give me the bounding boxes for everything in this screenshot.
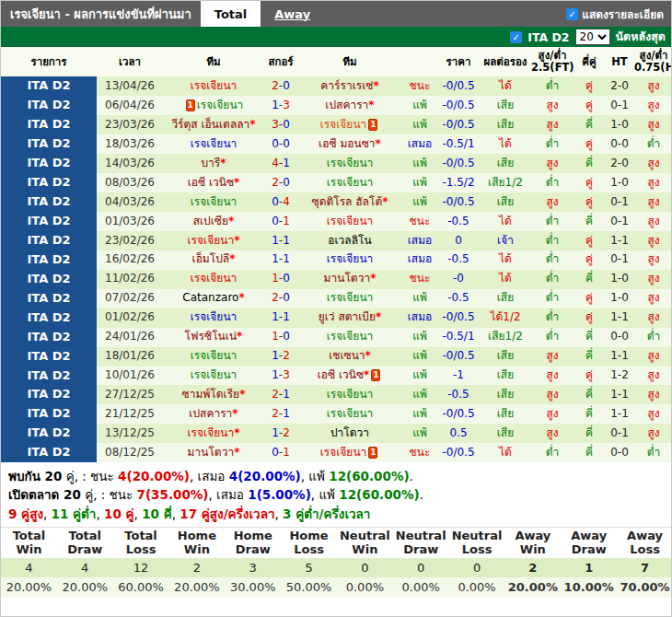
away-score: 0 xyxy=(283,330,290,343)
away-score: 1 xyxy=(283,446,290,459)
summary-segment: 3 xyxy=(283,506,291,521)
over-under-075-cell: สูง xyxy=(634,96,672,115)
over-under-075-cell: สูง xyxy=(634,308,672,328)
result-cell: ชนะ xyxy=(402,270,437,289)
league-cell: ITA D2 xyxy=(1,270,97,289)
team-name: เรจเจียนา xyxy=(327,407,374,420)
match-count-select[interactable]: 20 xyxy=(575,29,610,45)
odd-even-text: คี่ xyxy=(585,426,593,439)
summary-segment: 9 xyxy=(8,506,17,521)
handicap-result-cell: เสีย xyxy=(480,192,531,212)
over-under-25-cell: ต่ำ xyxy=(531,328,574,347)
summary-segment: , แพ้ xyxy=(301,469,329,483)
home-team-cell: 1เรจเจียนา xyxy=(163,96,264,115)
ht-score-cell: 1-0 xyxy=(605,270,634,289)
league-cell: ITA D2 xyxy=(1,289,97,308)
league-checkbox[interactable]: ✓ xyxy=(510,31,522,43)
home-team-cell: เรจเจียนา xyxy=(163,76,264,96)
price-cell: -0.5/1 xyxy=(437,134,480,154)
date-cell: 11/02/26 xyxy=(97,270,163,289)
away-score: 1 xyxy=(283,407,290,420)
over-under-25-text: สูง xyxy=(546,195,558,208)
star-marker: * xyxy=(373,79,378,92)
tab-away[interactable]: Away xyxy=(261,1,324,27)
summary-segment: 12(60.00%) xyxy=(339,487,419,502)
stats-count-7: 0 xyxy=(393,558,449,577)
summary-segment: 20 xyxy=(64,487,81,502)
tab-total[interactable]: Total xyxy=(201,1,261,27)
summary-segment: คี่ xyxy=(159,506,172,521)
over-under-075-text: สูง xyxy=(647,195,659,208)
team-name: เรจเจียนา xyxy=(320,118,367,131)
score-cell: 2-1 xyxy=(264,385,297,404)
stats-count-8: 0 xyxy=(449,558,505,577)
stats-percent-2: 60.00% xyxy=(113,577,169,597)
odd-even-text: คี่ xyxy=(585,157,593,169)
price-cell: -0.5 xyxy=(437,212,480,231)
odd-even-text: คี่ xyxy=(585,215,593,227)
stats-header-11: Away Loss xyxy=(617,527,672,558)
show-details-toggle[interactable]: ✓ แสดงรายละเอียด xyxy=(566,1,671,27)
column-header-11: สูง/ต่ำ 0.75(HT) xyxy=(634,47,672,76)
away-score: 1 xyxy=(283,388,290,401)
handicap-result-cell: ได้1/2 xyxy=(480,308,531,328)
price-cell: -0/0.5 xyxy=(437,443,480,462)
summary-segment: 11 xyxy=(52,506,69,521)
over-under-075-cell: ต่ำ xyxy=(634,443,672,462)
star-marker: * xyxy=(232,407,238,420)
team-name: คาร์ราเรเซ่ xyxy=(320,79,373,92)
date-cell: 16/02/26 xyxy=(97,250,163,270)
handicap-result-text: เสีย xyxy=(497,157,514,169)
score-cell: 1-3 xyxy=(264,96,297,115)
team-name: อเวลลิโน xyxy=(328,234,371,247)
odd-even-cell: คี่ xyxy=(574,443,605,462)
summary-segment: คู่ xyxy=(122,506,134,521)
score-cell: 0-1 xyxy=(264,212,297,231)
result-cell: ชนะ xyxy=(402,76,437,96)
team-name: เรจเจียนา xyxy=(327,215,374,227)
tab-away-label: Away xyxy=(274,7,310,21)
home-score: 1 xyxy=(272,368,279,381)
odd-even-text: คี่ xyxy=(585,349,593,362)
league-cell: ITA D2 xyxy=(1,173,97,192)
league-cell: ITA D2 xyxy=(1,308,97,328)
team-name: เอซี มอนซา xyxy=(319,137,375,150)
league-filter-label: ITA D2 xyxy=(527,30,569,44)
over-under-075-cell: สูง xyxy=(634,212,672,231)
ht-score-cell: 1-1 xyxy=(605,385,634,404)
team-name: ยูเว่ สตาเบีย xyxy=(319,310,376,323)
over-under-25-cell: สูง xyxy=(531,192,574,212)
handicap-result-text: เสีย xyxy=(497,388,514,401)
home-score: 2 xyxy=(272,79,279,92)
over-under-25-text: ต่ำ xyxy=(546,176,560,189)
stats-count-2: 12 xyxy=(113,558,169,577)
ht-score-cell: 1-0 xyxy=(605,289,634,308)
home-team-cell: เรจเจียนา xyxy=(163,367,264,386)
stats-percent-8: 0.00% xyxy=(449,577,505,597)
stats-count-1: 4 xyxy=(57,558,113,577)
league-cell: ITA D2 xyxy=(1,134,97,154)
stats-count-10: 1 xyxy=(561,558,617,577)
score-cell: 1-1 xyxy=(264,231,297,250)
ht-score-cell: 1-0 xyxy=(605,173,634,192)
date-cell: 27/12/25 xyxy=(97,385,163,404)
league-cell: ITA D2 xyxy=(1,385,97,404)
over-under-25-cell: สูง xyxy=(531,385,574,404)
home-score: 1 xyxy=(272,234,279,247)
over-under-075-cell: สูง xyxy=(634,385,672,404)
home-score: 2 xyxy=(272,176,279,189)
summary-section: พบกัน 20 คู่, : ชนะ 4(20.00%), เสมอ 4(20… xyxy=(1,462,671,527)
odd-even-text: คู่ xyxy=(585,252,593,265)
odd-even-text: คู่ xyxy=(585,79,593,92)
star-marker: * xyxy=(234,176,239,189)
ht-score-cell: 0-0 xyxy=(605,328,634,347)
match-row: ITA D211/02/26เรจเจียนา1-0มานโตวา*ชนะ-0ไ… xyxy=(1,270,672,289)
column-header-4: ทีม xyxy=(297,47,402,76)
stats-percent-0: 20.00% xyxy=(1,577,57,597)
date-cell: 10/01/26 xyxy=(97,367,163,386)
stats-table: Total WinTotal DrawTotal LossHome WinHom… xyxy=(1,527,672,598)
stats-count-0: 4 xyxy=(1,558,57,577)
match-row: ITA D210/01/26เรจเจียนา1-3เอซี เวนิซ*1แพ… xyxy=(1,367,672,386)
details-checkbox[interactable]: ✓ xyxy=(566,8,578,20)
match-history-table: รายการเวลาทีมสกอร์ทีมราคาผลต่อรองสูง/ต่ำ… xyxy=(1,47,672,462)
